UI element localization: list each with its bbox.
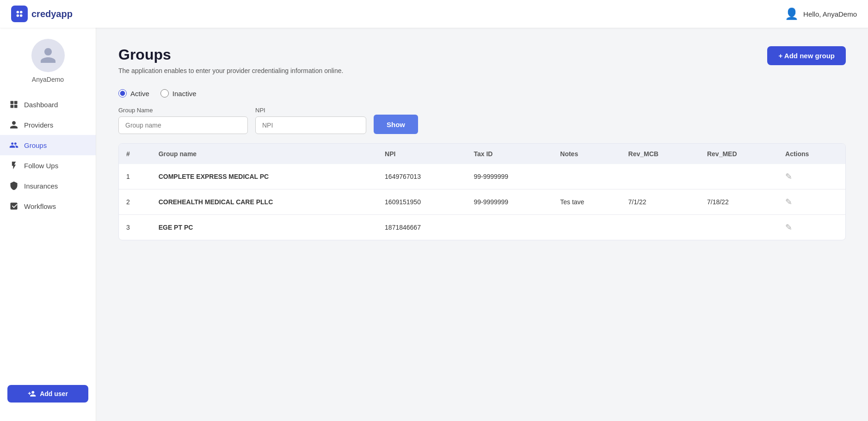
cell-group-name: EGE PT PC [151, 215, 377, 240]
radio-active[interactable] [118, 89, 127, 98]
svg-point-1 [20, 11, 22, 13]
add-user-button[interactable]: Add user [7, 385, 88, 403]
npi-label: NPI [255, 107, 366, 114]
sidebar-item-follow-ups[interactable]: Follow Ups [0, 155, 96, 176]
cell-rev-mcb [621, 164, 700, 189]
radio-inactive-label[interactable]: Inactive [160, 89, 197, 98]
cell-npi: 1649767013 [377, 164, 466, 189]
sidebar-item-label-insurances: Insurances [24, 182, 58, 190]
sidebar-item-workflows[interactable]: Workflows [0, 196, 96, 216]
svg-rect-6 [11, 105, 14, 108]
logo: credyapp [11, 6, 73, 22]
sidebar-item-label-workflows: Workflows [24, 202, 56, 210]
layout: AnyaDemo Dashboard Providers [0, 28, 868, 421]
edit-button[interactable]: ✎ [785, 197, 792, 207]
page-subtitle: The application enables to enter your pr… [118, 67, 343, 74]
cell-notes [553, 215, 621, 240]
cell-actions: ✎ [778, 164, 845, 189]
cell-rev-med [700, 215, 778, 240]
col-actions: Actions [778, 144, 845, 164]
follow-ups-icon [9, 161, 18, 170]
cell-rev-mcb [621, 215, 700, 240]
cell-group-name: COREHEALTH MEDICAL CARE PLLC [151, 189, 377, 215]
radio-active-text: Active [130, 90, 149, 98]
table-row: 1 COMPLETE EXPRESS MEDICAL PC 1649767013… [119, 164, 845, 189]
groups-icon [9, 140, 18, 150]
page-title: Groups [118, 46, 343, 63]
sidebar-profile: AnyaDemo [0, 39, 96, 83]
sidebar-nav: Dashboard Providers Groups [0, 94, 96, 378]
svg-point-0 [17, 11, 19, 13]
show-button[interactable]: Show [374, 115, 418, 134]
workflows-icon [9, 201, 18, 211]
search-row: Group Name NPI Show [118, 107, 846, 134]
radio-active-label[interactable]: Active [118, 89, 149, 98]
edit-button[interactable]: ✎ [785, 172, 792, 181]
sidebar-footer: Add user [0, 378, 96, 410]
group-name-label: Group Name [118, 107, 248, 114]
filters-section: Active Inactive Group Name NPI Show [118, 89, 846, 134]
sidebar-item-dashboard[interactable]: Dashboard [0, 94, 96, 115]
user-greeting: Hello, AnyaDemo [803, 10, 857, 18]
table-header: # Group name NPI Tax ID Notes Rev_MCB Re… [119, 144, 845, 164]
sidebar-item-label-dashboard: Dashboard [24, 101, 58, 109]
group-name-input[interactable] [118, 116, 248, 134]
logo-svg [14, 9, 25, 19]
sidebar-item-insurances[interactable]: Insurances [0, 176, 96, 196]
cell-actions: ✎ [778, 189, 845, 215]
sidebar-username: AnyaDemo [32, 76, 64, 83]
groups-table: # Group name NPI Tax ID Notes Rev_MCB Re… [119, 144, 845, 240]
cell-actions: ✎ [778, 215, 845, 240]
npi-field-group: NPI [255, 107, 366, 134]
cell-npi: 1871846667 [377, 215, 466, 240]
cell-npi: 1609151950 [377, 189, 466, 215]
col-notes: Notes [553, 144, 621, 164]
table-row: 3 EGE PT PC 1871846667 ✎ [119, 215, 845, 240]
cell-rev-mcb: 7/1/22 [621, 189, 700, 215]
cell-num: 3 [119, 215, 151, 240]
group-name-field-group: Group Name [118, 107, 248, 134]
providers-icon [9, 120, 18, 129]
avatar-icon [39, 46, 57, 65]
col-npi: NPI [377, 144, 466, 164]
col-group-name: Group name [151, 144, 377, 164]
add-new-group-button[interactable]: + Add new group [767, 46, 846, 65]
svg-point-3 [20, 14, 22, 17]
table-body: 1 COMPLETE EXPRESS MEDICAL PC 1649767013… [119, 164, 845, 240]
cell-tax-id [466, 215, 553, 240]
col-rev-med: Rev_MED [700, 144, 778, 164]
cell-notes: Tes tave [553, 189, 621, 215]
user-avatar-icon: 👤 [785, 7, 799, 20]
cell-group-name: COMPLETE EXPRESS MEDICAL PC [151, 164, 377, 189]
col-tax-id: Tax ID [466, 144, 553, 164]
cell-tax-id: 99-9999999 [466, 164, 553, 189]
table-wrapper: # Group name NPI Tax ID Notes Rev_MCB Re… [118, 143, 846, 240]
sidebar-item-providers[interactable]: Providers [0, 115, 96, 135]
app-name: credyapp [31, 9, 73, 19]
col-rev-mcb: Rev_MCB [621, 144, 700, 164]
topbar: credyapp 👤 Hello, AnyaDemo [0, 0, 868, 28]
cell-rev-med [700, 164, 778, 189]
radio-inactive[interactable] [160, 89, 169, 98]
sidebar-item-groups[interactable]: Groups [0, 135, 96, 155]
sidebar-item-label-follow-ups: Follow Ups [24, 162, 58, 170]
table-row: 2 COREHEALTH MEDICAL CARE PLLC 160915195… [119, 189, 845, 215]
cell-num: 2 [119, 189, 151, 215]
cell-notes [553, 164, 621, 189]
add-user-label: Add user [40, 390, 68, 397]
user-info: 👤 Hello, AnyaDemo [785, 7, 857, 20]
cell-tax-id: 99-9999999 [466, 189, 553, 215]
add-user-btn-icon [28, 390, 36, 398]
main-content: Groups The application enables to enter … [96, 28, 868, 421]
edit-button[interactable]: ✎ [785, 223, 792, 232]
svg-point-2 [17, 14, 19, 17]
radio-group: Active Inactive [118, 89, 846, 98]
cell-num: 1 [119, 164, 151, 189]
top-actions: + Add new group [767, 46, 846, 65]
col-num: # [119, 144, 151, 164]
insurances-icon [9, 181, 18, 190]
sidebar-item-label-providers: Providers [24, 121, 53, 129]
cell-rev-med: 7/18/22 [700, 189, 778, 215]
avatar [31, 39, 65, 72]
npi-input[interactable] [255, 116, 366, 134]
